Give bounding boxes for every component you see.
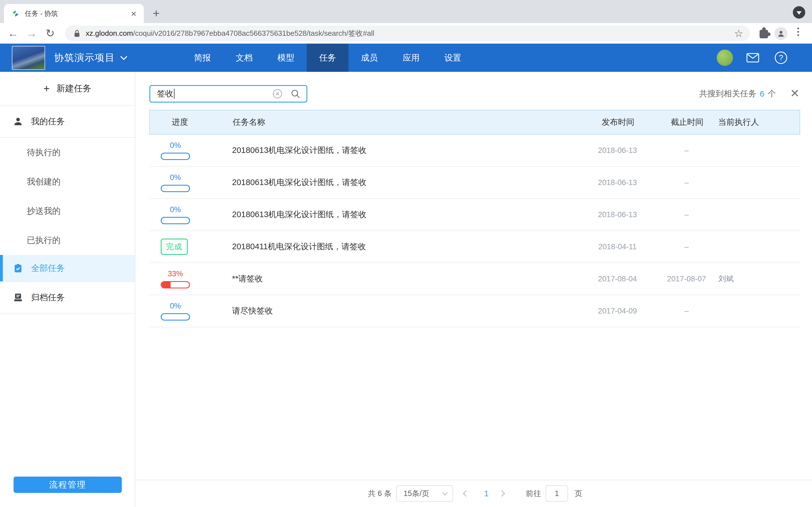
nav-item-briefing[interactable]: 简报 — [182, 44, 223, 72]
goto-page-input[interactable]: 1 — [546, 485, 568, 502]
mail-icon[interactable] — [746, 53, 759, 62]
project-switcher[interactable]: 协筑演示项目 — [54, 44, 126, 72]
address-bar[interactable]: xz.glodon.com/coqui/v2016/278b7967ebba47… — [65, 25, 750, 41]
progress-indicator: 33% — [161, 270, 190, 288]
browser-profile-icon[interactable] — [774, 27, 788, 40]
due-date: – — [654, 199, 719, 230]
page-size-select[interactable]: 15条/页 — [396, 485, 453, 502]
plus-icon: + — [43, 83, 50, 94]
archive-icon — [13, 292, 23, 302]
task-name[interactable]: 请尽快签收 — [232, 295, 273, 327]
sidebar-item-pending[interactable]: 待执行的 — [0, 138, 135, 167]
app-header: 协筑演示项目 简报 文档 模型 任务 成员 应用 设置 ? — [0, 44, 812, 72]
pagination-total: 共 6 条 — [368, 485, 392, 502]
task-name[interactable]: 20180411机电深化设计图纸，请签收 — [232, 231, 366, 263]
nav-item-tasks[interactable]: 任务 — [307, 44, 349, 72]
table-row[interactable]: 完成 20180411机电深化设计图纸，请签收 2018-04-11 – — [149, 231, 800, 263]
next-page-button[interactable] — [500, 485, 504, 502]
forward-icon[interactable]: → — [25, 27, 38, 40]
table-row[interactable]: 0% 20180613机电深化设计图纸，请签收 2018-06-13 – — [149, 135, 800, 167]
clear-search-icon[interactable] — [272, 89, 283, 99]
reload-icon[interactable]: ↻ — [43, 27, 57, 40]
clipboard-check-icon — [13, 263, 23, 273]
publish-date: 2018-04-11 — [583, 231, 651, 263]
table-row[interactable]: 0% 20180613机电深化设计图纸，请签收 2018-06-13 – — [149, 199, 800, 231]
task-name[interactable]: **请签收 — [232, 263, 263, 295]
help-icon[interactable]: ? — [775, 52, 787, 64]
task-name[interactable]: 20180613机电深化设计图纸，请签收 — [232, 167, 366, 198]
due-date: 2017-08-07 — [654, 263, 719, 295]
task-name[interactable]: 20180613机电深化设计图纸，请签收 — [232, 135, 366, 166]
main-content: 签收 共搜到相关任务 6 个 × 进度 任务名称 发布时间 截止时间 当前执行人… — [135, 72, 812, 507]
progress-indicator: 0% — [161, 141, 190, 160]
sidebar-item-created-by-me[interactable]: 我创建的 — [0, 167, 135, 196]
tab-search-icon[interactable] — [793, 6, 805, 18]
nav-item-settings[interactable]: 设置 — [432, 44, 474, 72]
tab-close-icon[interactable]: × — [131, 9, 137, 18]
active-indicator — [0, 255, 3, 281]
new-tab-icon[interactable]: + — [151, 8, 162, 19]
progress-indicator: 0% — [161, 302, 190, 321]
text-caret — [174, 89, 174, 99]
chevron-right-icon — [499, 490, 505, 497]
browser-tab-strip: 任务 - 协筑 × + — [0, 0, 812, 23]
table-row[interactable]: 0% 20180613机电深化设计图纸，请签收 2018-06-13 – — [149, 167, 800, 199]
back-icon[interactable]: ← — [6, 27, 20, 40]
site-favicon — [11, 9, 20, 18]
nav-item-apps[interactable]: 应用 — [390, 44, 432, 72]
publish-date: 2017-08-04 — [583, 263, 651, 295]
close-search-icon[interactable]: × — [791, 84, 799, 102]
publish-date: 2018-06-13 — [583, 135, 651, 166]
executor: 刘斌 — [718, 263, 733, 295]
nav-item-documents[interactable]: 文档 — [223, 44, 265, 72]
progress-bar — [161, 153, 190, 160]
result-count: 6 — [760, 89, 764, 99]
process-management-button[interactable]: 流程管理 — [13, 476, 122, 493]
progress-bar — [161, 313, 190, 321]
caret-down-icon — [797, 11, 802, 15]
browser-menu-icon[interactable] — [797, 27, 799, 36]
main-nav: 简报 文档 模型 任务 成员 应用 设置 — [182, 44, 474, 72]
project-logo[interactable] — [12, 46, 45, 70]
user-avatar[interactable] — [717, 50, 733, 66]
table-header: 进度 任务名称 发布时间 截止时间 当前执行人 — [149, 110, 800, 135]
footer-divider — [135, 480, 812, 480]
progress-label: 0% — [170, 302, 181, 311]
table-row[interactable]: 33% **请签收 2017-08-04 2017-08-07 刘斌 — [149, 263, 800, 295]
extensions-icon[interactable] — [760, 30, 768, 38]
lock-icon — [73, 29, 81, 38]
search-result-summary: 共搜到相关任务 6 个 — [699, 85, 776, 103]
sidebar-item-my-tasks[interactable]: 我的任务 — [0, 106, 135, 138]
sidebar-item-all-tasks[interactable]: 全部任务 — [0, 255, 135, 281]
col-publish-date: 发布时间 — [584, 110, 652, 134]
search-input[interactable]: 签收 — [149, 85, 307, 103]
nav-item-models[interactable]: 模型 — [265, 44, 307, 72]
task-name[interactable]: 20180613机电深化设计图纸，请签收 — [232, 199, 366, 230]
chevron-down-icon — [442, 490, 448, 496]
url-domain: xz.glodon.com — [86, 29, 133, 38]
bookmark-star-icon[interactable]: ☆ — [734, 29, 743, 39]
nav-item-members[interactable]: 成员 — [349, 44, 390, 72]
sidebar-item-executed[interactable]: 已执行的 — [0, 226, 135, 255]
chevron-down-icon — [120, 53, 127, 60]
current-page[interactable]: 1 — [480, 485, 493, 502]
due-date: – — [654, 295, 719, 327]
archive-label: 归档任务 — [31, 292, 65, 303]
progress-label: 0% — [170, 173, 181, 182]
my-tasks-label: 我的任务 — [31, 116, 65, 127]
sidebar-item-cc-to-me[interactable]: 抄送我的 — [0, 196, 135, 226]
new-task-button[interactable]: + 新建任务 — [0, 72, 135, 106]
progress-label: 33% — [168, 270, 183, 278]
browser-tab[interactable]: 任务 - 协筑 × — [4, 4, 144, 23]
sidebar-item-archive[interactable]: 归档任务 — [0, 281, 135, 314]
prev-page-button[interactable] — [464, 485, 468, 502]
progress-label: 0% — [170, 141, 181, 150]
col-due-date: 截止时间 — [655, 110, 719, 134]
search-icon[interactable] — [290, 89, 301, 99]
url-path: /coqui/v2016/278b7967ebba4708ac566375631… — [133, 29, 374, 38]
progress-indicator: 0% — [161, 205, 190, 224]
table-row[interactable]: 0% 请尽快签收 2017-04-09 – — [149, 295, 800, 327]
publish-date: 2018-06-13 — [583, 199, 651, 230]
new-task-label: 新建任务 — [56, 82, 91, 94]
col-progress: 进度 — [172, 110, 188, 134]
